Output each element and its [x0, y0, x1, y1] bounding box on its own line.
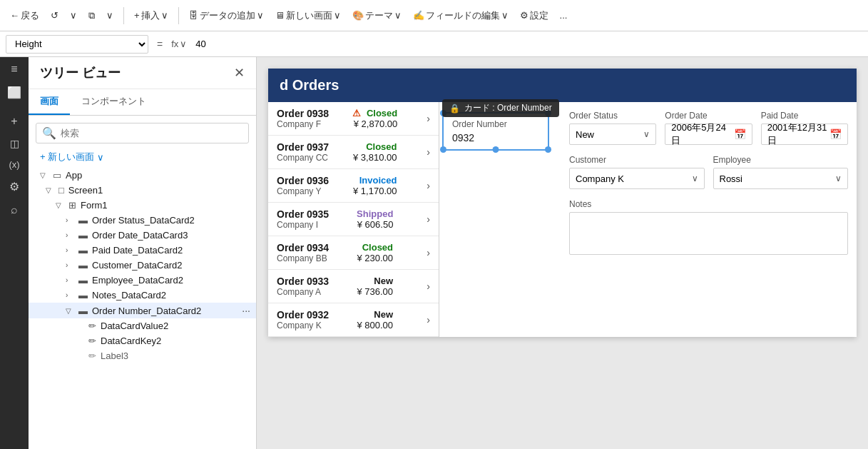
chevron-down-icon: ∨	[692, 173, 698, 183]
tree-item-label: DataCardValue2	[101, 321, 250, 331]
insert-icon[interactable]: +	[11, 115, 17, 128]
search-icon[interactable]: ⌕	[11, 203, 18, 216]
sidebar-close-button[interactable]: ✕	[234, 65, 245, 81]
paste-dropdown-button[interactable]: ∨	[102, 7, 118, 24]
fx-indicator: fx ∨	[171, 39, 187, 49]
edit-icon: ✏	[88, 336, 96, 346]
customer-dropdown[interactable]: Company K ∨	[569, 168, 705, 189]
order-item[interactable]: Order 0932 Company K New ¥ 800.00 ›	[268, 303, 439, 337]
order-company: Company A	[277, 287, 329, 297]
order-status: Shipped	[357, 208, 393, 219]
chevron-right-icon: ›	[427, 314, 430, 326]
theme-label: テーマ	[365, 9, 393, 22]
chevron-down-icon: ∨	[643, 129, 650, 139]
tree-item-paiddate[interactable]: › ▬ Paid Date_DataCard2	[29, 243, 256, 258]
detail-field-status: Order Status New ∨	[569, 111, 656, 145]
resize-handle-bc[interactable]	[493, 146, 499, 153]
order-item[interactable]: Order 0934 Company BB Closed ¥ 230.00 ›	[268, 236, 439, 270]
notes-textarea[interactable]	[569, 212, 848, 255]
order-company: Company F	[277, 119, 329, 129]
order-amount: ¥ 736.00	[357, 286, 393, 297]
undo-button[interactable]: ↺	[46, 7, 63, 24]
order-amount: ¥ 800.00	[357, 320, 393, 331]
property-selector[interactable]: Height	[6, 35, 148, 54]
order-date-picker[interactable]: 2006年5月24日 📅	[665, 123, 752, 145]
tree-item-employee[interactable]: › ▬ Employee_DataCard2	[29, 273, 256, 288]
chevron-right-icon: ›	[427, 247, 430, 258]
order-item[interactable]: Order 0936 Company Y Invoiced ¥ 1,170.00…	[268, 169, 439, 203]
new-screen-button[interactable]: + 新しい画面 ∨	[29, 146, 256, 168]
datacard-icon: ▬	[78, 245, 88, 256]
chevron-down-icon: ∨	[835, 173, 842, 183]
layers-icon[interactable]: ⬜	[7, 86, 21, 99]
order-name: Order 0933	[277, 276, 329, 287]
calendar-icon[interactable]: 📅	[734, 128, 746, 140]
calendar-icon[interactable]: 📅	[829, 128, 842, 140]
new-screen-button[interactable]: 🖥 新しい画面 ∨	[271, 6, 345, 25]
tree-item-screen1[interactable]: ▽ □ Screen1	[29, 183, 256, 198]
equals-sign: =	[154, 39, 165, 50]
order-item-left: Order 0932 Company K	[277, 309, 329, 331]
edit-icon: ✏	[88, 321, 96, 331]
order-item-left: Order 0935 Company I	[277, 208, 329, 230]
tree-item-orderdate[interactable]: › ▬ Order Date_DataCard3	[29, 228, 256, 243]
datacard-icon: ▬	[78, 215, 88, 226]
tree-item-notes[interactable]: › ▬ Notes_DataCard2	[29, 288, 256, 303]
order-item-left: Order 0934 Company BB	[277, 242, 329, 263]
search-input[interactable]	[61, 128, 242, 138]
order-item[interactable]: Order 0938 Company F ⚠ Closed ¥ 2,870.00	[268, 102, 439, 136]
undo-dropdown-button[interactable]: ∨	[66, 7, 81, 24]
expand-icon: ▽	[66, 307, 76, 315]
formula-input[interactable]	[193, 35, 862, 54]
detail-panel: 🔒 カード : Order Number	[439, 102, 857, 337]
add-data-button[interactable]: 🗄 データの追加 ∨	[185, 6, 268, 25]
item-options-button[interactable]: ···	[242, 305, 250, 316]
insert-button[interactable]: + 挿入 ∨	[130, 6, 173, 25]
order-name: Order 0932	[277, 309, 329, 321]
data-icon[interactable]: ◫	[10, 138, 19, 149]
tree-item-app[interactable]: ▽ ▭ App	[29, 168, 256, 183]
resize-handle-bl[interactable]	[440, 146, 446, 153]
tree-item-orderstatus[interactable]: › ▬ Order Status_DataCard2	[29, 213, 256, 228]
app-mockup: d Orders Order 0938 Company F	[268, 69, 857, 337]
order-date-value: 2006年5月24日	[671, 121, 733, 147]
settings-button[interactable]: ⚙ 設定	[516, 6, 553, 25]
theme-button[interactable]: 🎨 テーマ ∨	[348, 6, 406, 25]
back-button[interactable]: ← 戻る	[6, 6, 44, 25]
more-button[interactable]: ...	[556, 7, 572, 24]
chevron-down-icon: ∨	[257, 10, 264, 21]
order-item[interactable]: Order 0933 Company A New ¥ 736.00 ›	[268, 270, 439, 303]
detail-field-customer: Customer Company K ∨	[569, 155, 705, 189]
tree-item-label3[interactable]: ✏ Label3	[29, 348, 256, 363]
new-screen-label: + 新しい画面	[40, 151, 94, 163]
order-number-value: 0932	[452, 132, 539, 143]
tree-item-form1[interactable]: ▽ ⊞ Form1	[29, 198, 256, 213]
employee-dropdown[interactable]: Rossi ∨	[713, 168, 849, 189]
paste-button[interactable]: ⧉	[84, 7, 99, 24]
order-status-dropdown[interactable]: New ∨	[569, 123, 656, 145]
order-number-card[interactable]: Order Number 0932	[442, 112, 549, 151]
hamburger-icon[interactable]: ≡	[11, 63, 17, 76]
order-status: New	[357, 276, 393, 286]
edit-fields-button[interactable]: ✍ フィールドの編集 ∨	[409, 6, 513, 25]
order-company: Company Y	[277, 186, 329, 196]
paid-date-picker[interactable]: 2001年12月31日 📅	[761, 123, 848, 145]
insert-label: 挿入	[141, 9, 160, 22]
tree-item-customer[interactable]: › ▬ Customer_DataCard2	[29, 258, 256, 273]
tree-item-datacardkey2[interactable]: ✏ DataCardKey2	[29, 333, 256, 348]
tree-item-datacardvalue2[interactable]: ✏ DataCardValue2	[29, 318, 256, 333]
variable-icon[interactable]: (x)	[9, 159, 19, 170]
tree-item-ordernumber[interactable]: ▽ ▬ Order Number_DataCard2 ···	[29, 303, 256, 318]
order-name: Order 0936	[277, 175, 329, 186]
tab-components[interactable]: コンポーネント	[70, 89, 158, 115]
tab-screens[interactable]: 画面	[29, 89, 70, 115]
tree-item-label: Order Number_DataCard2	[92, 306, 242, 316]
chevron-down-icon: ∨	[97, 152, 104, 163]
resize-handle-br[interactable]	[545, 146, 551, 153]
order-item-right: Closed ¥ 230.00	[357, 242, 393, 263]
sidebar-search[interactable]: 🔍	[36, 123, 249, 143]
app-header: d Orders	[268, 69, 857, 102]
order-item[interactable]: Order 0935 Company I Shipped ¥ 606.50 ›	[268, 203, 439, 236]
order-item[interactable]: Order 0937 Company CC Closed ¥ 3,810.00 …	[268, 136, 439, 169]
tools-icon[interactable]: ⚙	[9, 180, 19, 193]
